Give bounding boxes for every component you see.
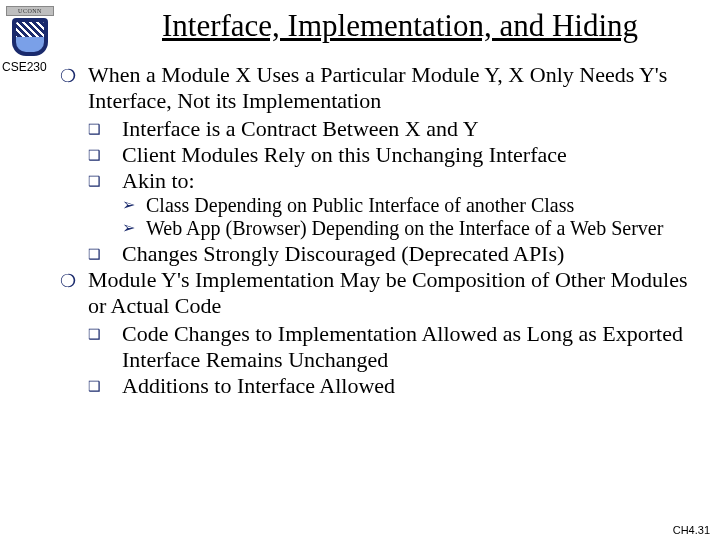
- bullet-level2: ❑ Client Modules Rely on this Unchanging…: [60, 142, 708, 168]
- bullet-text: Interface is a Contract Between X and Y: [122, 116, 708, 142]
- slide-body: ❍ When a Module X Uses a Particular Modu…: [60, 62, 708, 399]
- bullet-text: Module Y's Implementation May be Composi…: [88, 267, 708, 319]
- square-icon: ❑: [88, 321, 122, 373]
- bullet-level3: ➢ Web App (Browser) Depending on the Int…: [60, 217, 708, 241]
- arrow-icon: ➢: [122, 194, 146, 218]
- bullet-text: Code Changes to Implementation Allowed a…: [122, 321, 708, 373]
- bullet-level1: ❍ Module Y's Implementation May be Compo…: [60, 267, 708, 319]
- course-code: CSE230: [2, 60, 47, 74]
- bullet-level3: ➢ Class Depending on Public Interface of…: [60, 194, 708, 218]
- shield-icon: [12, 18, 48, 56]
- square-icon: ❑: [88, 373, 122, 399]
- square-icon: ❑: [88, 168, 122, 194]
- bullet-level2: ❑ Interface is a Contract Between X and …: [60, 116, 708, 142]
- bullet-text: Class Depending on Public Interface of a…: [146, 194, 708, 218]
- bullet-level2: ❑ Additions to Interface Allowed: [60, 373, 708, 399]
- logo-label: UCONN: [6, 6, 54, 16]
- bullet-level2: ❑ Changes Strongly Discouraged (Deprecat…: [60, 241, 708, 267]
- bullet-level2: ❑ Code Changes to Implementation Allowed…: [60, 321, 708, 373]
- bullet-text: Additions to Interface Allowed: [122, 373, 708, 399]
- bullet-text: Web App (Browser) Depending on the Inter…: [146, 217, 708, 241]
- disc-icon: ❍: [60, 62, 88, 114]
- bullet-level1: ❍ When a Module X Uses a Particular Modu…: [60, 62, 708, 114]
- bullet-level2: ❑ Akin to:: [60, 168, 708, 194]
- square-icon: ❑: [88, 142, 122, 168]
- square-icon: ❑: [88, 116, 122, 142]
- square-icon: ❑: [88, 241, 122, 267]
- arrow-icon: ➢: [122, 217, 146, 241]
- slide-title: Interface, Implementation, and Hiding: [90, 8, 710, 44]
- disc-icon: ❍: [60, 267, 88, 319]
- bullet-text: Changes Strongly Discouraged (Deprecated…: [122, 241, 708, 267]
- uconn-logo: UCONN: [6, 6, 54, 54]
- bullet-text: Client Modules Rely on this Unchanging I…: [122, 142, 708, 168]
- bullet-text: Akin to:: [122, 168, 708, 194]
- bullet-text: When a Module X Uses a Particular Module…: [88, 62, 708, 114]
- slide-number: CH4.31: [673, 524, 710, 536]
